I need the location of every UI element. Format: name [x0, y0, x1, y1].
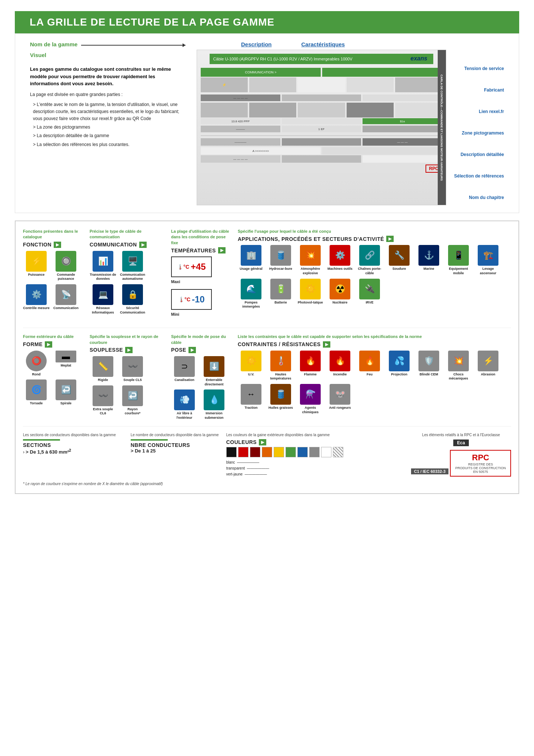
icon-nucleaire-label: Nucléaire: [333, 301, 348, 305]
temperatures-arrow: ▶: [218, 247, 226, 253]
icon-huiles-label: Huiles graisses: [268, 406, 293, 410]
fonction-arrow: ▶: [54, 242, 61, 248]
icon-machines-outils-box: ⚙️: [330, 245, 350, 266]
icon-torsade-label: Torsade: [30, 401, 43, 406]
forme-header: FORME ▶: [23, 341, 84, 348]
applications-col-title: Spécifie l'usage pour lequel le câble a …: [238, 229, 511, 234]
temp-maxi-box: 🌡️°C +45: [171, 256, 212, 277]
icon-souple-cl5-box: 〰️: [122, 356, 143, 377]
icon-anti-rongeurs: 🐭 Anti rongeurs: [327, 384, 353, 414]
souplesse-arrow: ▶: [125, 347, 133, 353]
icon-air-libre-label: Air libre à l'extérieur: [171, 411, 198, 420]
icon-comm-auto: 🖥️ Communication automatisme: [119, 251, 146, 281]
rpc-col-title: Les éléments relatifs à la RPC et à l'Eu…: [411, 432, 511, 438]
icon-spirale: ↩️ Spirale: [53, 379, 79, 406]
desc-detaillee-label: Description détaillée: [450, 152, 504, 157]
icon-uv-box: ☀️: [241, 351, 261, 371]
icon-controle: ⚙️ Contrôle mesure: [23, 284, 50, 311]
applications-header-text: APPLICATIONS, PROCÉDÉS ET SECTEURS D'ACT…: [238, 236, 384, 242]
visuel-label: Visuel: [30, 52, 46, 58]
icon-controle-label: Contrôle mesure: [23, 306, 50, 311]
icon-projection: 💦 Projection: [386, 351, 413, 381]
icon-puissance: ⚡ Puissance: [23, 251, 50, 281]
colour-swatches: [226, 447, 404, 457]
icon-machines-outils-label: Machines outils: [327, 267, 353, 271]
pose-header: POSE ▶: [171, 347, 232, 353]
icon-traction-box: ↔️: [241, 384, 261, 405]
icon-rond-label: Rond: [32, 372, 41, 377]
icon-projection-label: Projection: [391, 372, 407, 377]
col-forme: Forme extérieure du câble FORME ▶ ⭕ Rond…: [23, 334, 90, 420]
icon-agents-chimiques: ⚗️ Agents chimiques: [297, 384, 324, 414]
nbre-col-title: Le nombre de conducteurs disponible dans…: [131, 432, 219, 438]
forme-header-text: FORME: [23, 341, 43, 347]
icon-flamme: 🔥 Flamme: [297, 351, 324, 381]
icon-extra-souple-box: 〰️: [93, 385, 113, 406]
icon-immersion-label: Immersion submersion: [201, 411, 227, 420]
icon-blinde-cem-label: Blindé CEM: [420, 372, 438, 377]
swatch-yellow: [274, 447, 284, 457]
icon-atmosphere-explosive-label: Atmosphère explosive: [297, 267, 324, 275]
icon-reseaux-label: Réseaux Informatiques: [90, 306, 116, 315]
icon-puissance-box: ⚡: [26, 251, 47, 272]
icon-communication-fn: 📡 Communication: [53, 284, 79, 311]
icon-spirale-box: ↩️: [56, 379, 76, 400]
icon-torsade-box: 🌀: [26, 379, 47, 400]
fonction-icons: ⚡ Puissance 🔘 Commande puissance ⚙️ Cont…: [23, 251, 84, 311]
icon-canalisation-box: ⊃: [174, 356, 195, 377]
icon-meplat: ▬ Meplat: [53, 351, 79, 377]
icon-transmission-box: 📊: [93, 251, 113, 272]
icon-levage: 🏗️ Levage ascenseur: [475, 245, 501, 275]
swatch-orange: [262, 447, 272, 457]
row-2: Forme extérieure du câble FORME ▶ ⭕ Rond…: [23, 334, 511, 427]
zone-picto-label: Zone pictogrammes: [450, 130, 504, 136]
icon-blinde-cem-box: 🛡️: [418, 351, 439, 371]
icon-transmission-label: Transmission de données: [90, 273, 116, 281]
contraintes-header: CONTRAINTES / RÉSISTANCES ▶: [238, 341, 511, 348]
col-couleurs: Les couleurs de la gaine extérieure disp…: [226, 432, 404, 477]
eca-label: Eca: [453, 440, 468, 446]
iec-label: C1 / IEC 60332-3: [411, 468, 448, 474]
icon-air-libre: 💨 Air libre à l'extérieur: [171, 389, 198, 420]
communication-icons: 📊 Transmission de données 🖥️ Communicati…: [90, 251, 165, 315]
col-communication: Précise le type de câble de communicatio…: [90, 229, 171, 322]
icon-rayon-courbure-box: ↩️: [122, 385, 143, 406]
couleurs-arrow: ▶: [259, 439, 266, 445]
temp-maxi-label: Maxi: [171, 279, 232, 284]
applications-icons: 🏢 Usage général 🛢️ Hydrocar-bure 💥 Atmos…: [238, 245, 511, 309]
icon-comm-auto-label: Communication automatisme: [119, 273, 146, 281]
swatch-darkred: [250, 447, 260, 457]
icon-meplat-label: Meplat: [61, 364, 71, 368]
icon-irve-label: IRVE: [366, 301, 374, 305]
fonction-header: FONCTION ▶: [23, 242, 84, 248]
souplesse-icons: 📏 Rigide 〰️ Souple CL5 〰️ Extra souple C…: [90, 356, 165, 416]
col-contraintes: Liste les contraintes que le câble est c…: [238, 334, 511, 420]
nbre-line: [131, 439, 168, 441]
icon-canalisation-label: Canalisation: [174, 378, 194, 382]
icon-uv-label: U.V.: [248, 372, 254, 377]
colour-notes: blanc —————— transparent —————— vert-jau…: [226, 460, 404, 477]
bottom-section: Fonctions présentes dans le catalogue FO…: [15, 220, 519, 494]
applications-arrow: ▶: [386, 236, 394, 242]
icon-enterrable: ⬇️ Enterrable directement: [201, 356, 227, 387]
icon-transmission: 📊 Transmission de données: [90, 251, 116, 281]
icon-abrasion: ⚡ Abrasion: [475, 351, 501, 381]
icon-spirale-label: Spirale: [60, 401, 71, 406]
communication-col-title: Précise le type de câble de communicatio…: [90, 229, 165, 240]
icon-anti-rongeurs-box: 🐭: [330, 384, 350, 405]
swatch-hatched: [333, 447, 343, 457]
icon-hydrocarbure: 🛢️ Hydrocar-bure: [267, 245, 294, 275]
top-left: Nom de la gamme Visuel Les pages gamme d…: [30, 41, 186, 205]
temp-maxi: 🌡️°C +45 Maxi: [171, 256, 232, 284]
icon-marine-box: ⚓: [418, 245, 439, 266]
icon-usage-general-box: 🏢: [241, 245, 261, 266]
icon-chocs-box: 💥: [448, 351, 469, 371]
nbre-header: NBRE CONDUCTEURS: [131, 442, 190, 448]
icon-chaines-box: 🔗: [359, 245, 380, 266]
contraintes-icons: ☀️ U.V. 🌡️ Hautes températures 🔥 Flamme …: [238, 351, 511, 415]
banner: LA GRILLE DE LECTURE DE LA PAGE GAMME: [15, 11, 519, 33]
icon-controle-box: ⚙️: [26, 284, 47, 305]
fabricant-label: Fabricant: [450, 87, 504, 93]
applications-header: APPLICATIONS, PROCÉDÉS ET SECTEURS D'ACT…: [238, 236, 511, 242]
icon-souple-cl5-label: Souple CL5: [123, 378, 142, 382]
